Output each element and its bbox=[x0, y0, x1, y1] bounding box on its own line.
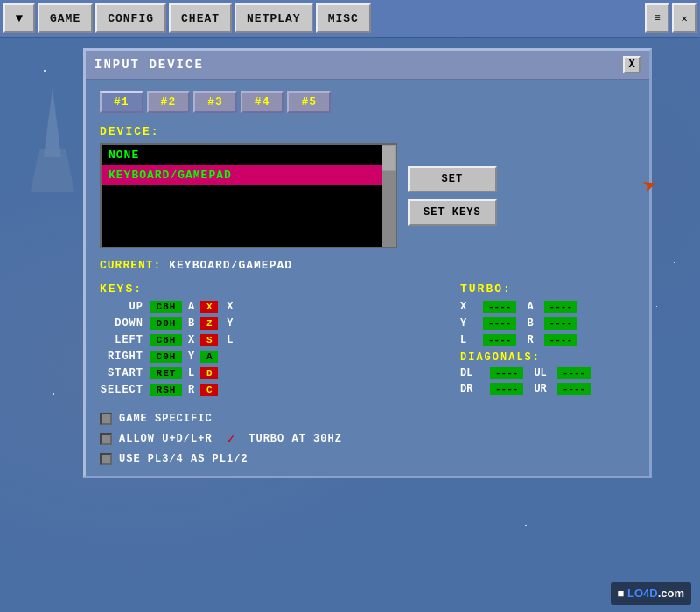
turbo-y-label: Y bbox=[460, 317, 478, 330]
diagonals-header: DIAGONALS: bbox=[460, 351, 635, 364]
turbo-header: TURBO: bbox=[460, 282, 635, 296]
turbo-badge-r: ---- bbox=[544, 334, 578, 346]
key-badge-select: RSH bbox=[150, 384, 182, 396]
diag-dr-label: DR bbox=[460, 383, 485, 395]
menu-bar: ▼ GAME CONFIG CHEAT NETPLAY MISC ≡ ✕ bbox=[0, 0, 700, 38]
keys-section: KEYS: UP C8H A X X DOWN D0H B Z Y bbox=[100, 282, 460, 400]
device-scrollbar[interactable] bbox=[382, 145, 396, 247]
current-device-label: CURRENT: KEYBOARD/GAMEPAD bbox=[100, 259, 635, 272]
key-y-label-down: Y bbox=[227, 317, 233, 330]
key-val-down-b: Z bbox=[200, 317, 218, 330]
watermark-text: ■ LO4D.com bbox=[618, 587, 684, 600]
key-label-start: START bbox=[100, 367, 144, 379]
device-none[interactable]: NONE bbox=[102, 145, 396, 165]
set-keys-button[interactable]: SET KEYS bbox=[408, 199, 497, 226]
key-val-select-r: C bbox=[200, 384, 218, 396]
key-label-select: SELECT bbox=[100, 384, 144, 396]
key-row-left: LEFT C8H X S L bbox=[100, 334, 460, 346]
tab-5[interactable]: #5 bbox=[287, 91, 331, 113]
key-label-left: LEFT bbox=[100, 334, 144, 346]
key-label-right: RIGHT bbox=[100, 351, 144, 363]
checkbox-game-specific-row: GAME SPECIFIC bbox=[100, 413, 635, 425]
minimize-button[interactable]: ≡ bbox=[645, 3, 669, 33]
turbo-l-label: L bbox=[460, 334, 478, 346]
menu-item-game[interactable]: GAME bbox=[38, 3, 93, 33]
turbo-badge-l: ---- bbox=[483, 334, 516, 346]
tab-1[interactable]: #1 bbox=[100, 91, 144, 113]
scrollbar-thumb[interactable] bbox=[382, 145, 396, 171]
dialog-body: #1 #2 #3 #4 #5 DEVICE: NONE KEYBOARD/GAM… bbox=[86, 80, 649, 476]
device-keyboard-gamepad[interactable]: KEYBOARD/GAMEPAD bbox=[102, 165, 396, 185]
device-section-label: DEVICE: bbox=[100, 125, 635, 138]
turbo-a-label: A bbox=[527, 301, 533, 313]
key-val-left-x: S bbox=[200, 334, 218, 346]
turbo-30hz-label: TURBO AT 30HZ bbox=[248, 433, 342, 445]
diag-ul-label: UL bbox=[534, 367, 546, 379]
key-l-label-left: L bbox=[227, 334, 233, 346]
menu-item-netplay[interactable]: NETPLAY bbox=[234, 3, 313, 33]
key-badge-right: C0H bbox=[150, 351, 182, 363]
dialog-title: INPUT DEVICE bbox=[94, 58, 204, 72]
turbo-badge-a: ---- bbox=[544, 301, 578, 313]
turbo-row-l: L ---- R ---- bbox=[460, 334, 635, 346]
turbo-check-icon: ✓ bbox=[227, 432, 235, 448]
key-row-down: DOWN D0H B Z Y bbox=[100, 317, 460, 330]
turbo-row-y: Y ---- B ---- bbox=[460, 317, 635, 330]
tab-bar: #1 #2 #3 #4 #5 bbox=[100, 91, 635, 113]
checkboxes-section: GAME SPECIFIC ALLOW U+D/L+R ✓ TURBO AT 3… bbox=[100, 413, 635, 465]
menu-item-cheat[interactable]: CHEAT bbox=[169, 3, 232, 33]
spaceship-decoration bbox=[26, 87, 79, 192]
device-buttons: SET SET KEYS bbox=[408, 143, 497, 248]
keys-layout: KEYS: UP C8H A X X DOWN D0H B Z Y bbox=[100, 282, 635, 400]
menu-item-misc[interactable]: MISC bbox=[316, 3, 371, 33]
turbo-x-label: X bbox=[460, 301, 478, 313]
dialog-close-button[interactable]: X bbox=[623, 56, 640, 73]
diagonals-section: DIAGONALS: DL ---- UL ---- DR ---- UR --… bbox=[460, 351, 635, 395]
device-row: NONE KEYBOARD/GAMEPAD SET SET KEYS bbox=[100, 143, 635, 248]
key-badge-down: D0H bbox=[150, 317, 182, 330]
turbo-badge-b: ---- bbox=[544, 317, 578, 330]
turbo-b-label: B bbox=[527, 317, 533, 330]
key-r-label: R bbox=[188, 384, 194, 396]
diag-ur-label: UR bbox=[534, 383, 546, 395]
checkbox-pl34-label: USE PL3/4 AS PL1/2 bbox=[119, 453, 248, 465]
menu-arrow-button[interactable]: ▼ bbox=[4, 3, 35, 33]
key-x-label-up: X bbox=[227, 301, 233, 313]
set-button[interactable]: SET bbox=[408, 166, 497, 192]
current-device-value: KEYBOARD/GAMEPAD bbox=[169, 259, 292, 272]
window-controls: ≡ ✕ bbox=[645, 3, 696, 33]
watermark: ■ LO4D.com bbox=[611, 582, 691, 605]
turbo-row-x: X ---- A ---- bbox=[460, 301, 635, 313]
checkbox-game-specific[interactable] bbox=[100, 413, 112, 425]
key-b-label: B bbox=[188, 317, 194, 330]
keys-header: KEYS: bbox=[100, 282, 460, 296]
key-l-label: L bbox=[188, 367, 194, 379]
key-label-down: DOWN bbox=[100, 317, 144, 330]
tab-2[interactable]: #2 bbox=[147, 91, 191, 113]
key-badge-left: C8H bbox=[150, 334, 182, 346]
diag-badge-ul: ---- bbox=[557, 367, 591, 379]
key-row-select: SELECT RSH R C bbox=[100, 384, 460, 396]
input-device-dialog: INPUT DEVICE X #1 #2 #3 #4 #5 DEVICE: NO… bbox=[83, 48, 652, 478]
key-val-up-a: X bbox=[200, 301, 218, 313]
key-badge-up: C8H bbox=[150, 301, 182, 313]
device-list[interactable]: NONE KEYBOARD/GAMEPAD bbox=[100, 143, 397, 248]
checkbox-pl34[interactable] bbox=[100, 453, 112, 465]
tab-3[interactable]: #3 bbox=[193, 91, 237, 113]
diag-badge-dr: ---- bbox=[490, 383, 523, 395]
checkbox-allow-udr[interactable] bbox=[100, 433, 112, 445]
diag-row-dl: DL ---- UL ---- bbox=[460, 367, 635, 379]
menu-item-config[interactable]: CONFIG bbox=[95, 3, 166, 33]
checkbox-game-specific-label: GAME SPECIFIC bbox=[119, 413, 213, 425]
close-window-button[interactable]: ✕ bbox=[672, 3, 696, 33]
key-label-up: UP bbox=[100, 301, 144, 313]
key-row-right: RIGHT C0H Y A bbox=[100, 351, 460, 363]
checkbox-allow-udr-label: ALLOW U+D/L+R bbox=[119, 433, 213, 445]
dialog-title-bar: INPUT DEVICE X bbox=[86, 51, 649, 80]
diag-badge-ur: ---- bbox=[557, 383, 591, 395]
key-y-label: Y bbox=[188, 351, 194, 363]
key-row-up: UP C8H A X X bbox=[100, 301, 460, 313]
turbo-badge-x: ---- bbox=[483, 301, 516, 313]
tab-4[interactable]: #4 bbox=[241, 91, 284, 113]
key-badge-start: RET bbox=[150, 367, 182, 379]
